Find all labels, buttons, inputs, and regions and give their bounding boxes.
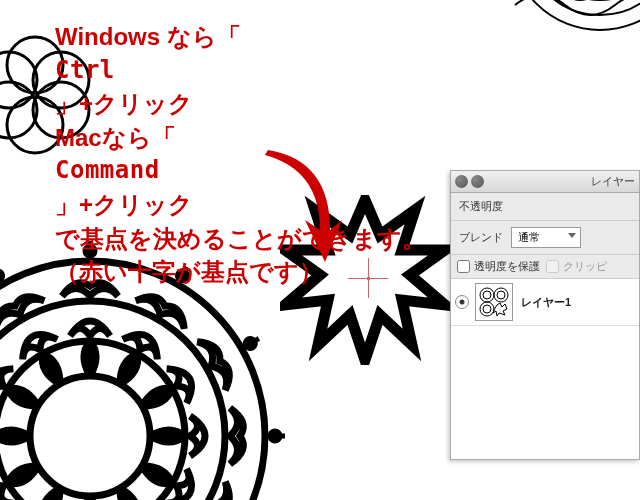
opacity-label: 不透明度 [459, 199, 503, 214]
svg-point-19 [480, 302, 494, 316]
blend-mode-select[interactable]: 通常 [511, 227, 581, 248]
svg-point-17 [494, 288, 508, 302]
collapse-icon[interactable] [471, 175, 484, 188]
svg-point-5 [0, 52, 37, 108]
protect-opacity-label: 透明度を保護 [474, 259, 540, 274]
opacity-row: 不透明度 [451, 193, 639, 221]
key-name: Ctrl [55, 54, 426, 88]
layer-thumbnail[interactable] [475, 283, 513, 321]
visibility-icon[interactable] [455, 295, 469, 309]
panel-title: レイヤー [591, 174, 635, 189]
text: 」+クリック [55, 87, 426, 121]
svg-point-9 [30, 376, 150, 496]
panel-header[interactable]: レイヤー [451, 171, 639, 193]
text: （赤い十字が基点です） [55, 255, 426, 289]
instruction-text: Windows なら「Ctrl」+クリック Macなら「Command」+クリッ… [55, 20, 426, 289]
clipping-label: クリッピ [563, 259, 607, 274]
text: Windows なら「 [55, 20, 426, 54]
blend-label: ブレンド [459, 230, 503, 245]
svg-point-16 [483, 291, 491, 299]
text: 」+クリック [55, 188, 426, 222]
protect-opacity-checkbox[interactable] [457, 260, 470, 273]
layer-name-label[interactable]: レイヤー1 [521, 295, 571, 310]
svg-point-6 [510, 0, 640, 30]
svg-point-4 [0, 82, 37, 138]
clipping-checkbox[interactable] [546, 260, 559, 273]
layer-list[interactable]: レイヤー1 [451, 279, 639, 459]
svg-point-20 [483, 305, 491, 313]
layer-item[interactable]: レイヤー1 [451, 279, 639, 326]
svg-point-7 [525, 0, 640, 15]
text: で基点を決めることができます。 [55, 222, 426, 256]
close-icon[interactable] [455, 175, 468, 188]
layers-panel[interactable]: レイヤー 不透明度 ブレンド 通常 透明度を保護 クリッピ [450, 170, 640, 460]
blend-row: ブレンド 通常 [451, 221, 639, 255]
options-row: 透明度を保護 クリッピ [451, 255, 639, 279]
text: Macなら「 [55, 121, 426, 155]
key-name: Command [55, 154, 426, 188]
svg-point-15 [480, 288, 494, 302]
svg-point-18 [497, 291, 505, 299]
corner-mandala-artwork [460, 0, 640, 54]
